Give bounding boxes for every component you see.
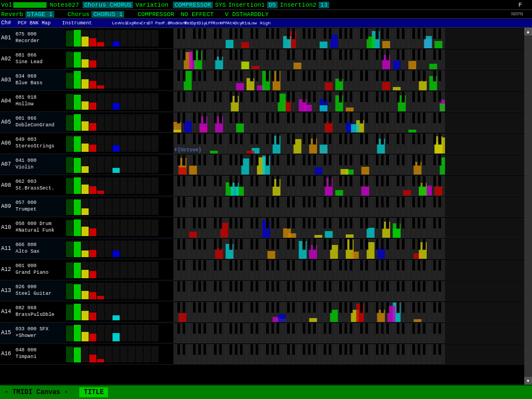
bar-cell[interactable] [89,304,96,320]
bar-cell[interactable] [112,198,120,215]
bar-cell[interactable] [81,93,89,110]
bar-cell[interactable] [89,30,96,47]
channel-row[interactable]: A01075 000Recorder [0,28,524,49]
bar-cell[interactable] [128,156,135,173]
bar-cell[interactable] [81,30,89,47]
bar-cell[interactable] [81,72,89,89]
channel-bars[interactable] [65,282,173,300]
bar-cell[interactable] [112,241,120,257]
bar-cell[interactable] [74,177,81,194]
vdst-badge[interactable]: V DSTHARDDLY [225,11,269,18]
bar-cell[interactable] [105,325,112,341]
bar-cell[interactable] [105,72,112,89]
bar-cell[interactable] [66,135,73,152]
bar-cell[interactable] [81,114,89,131]
bar-cell[interactable] [66,241,73,257]
bar-cell[interactable] [74,135,81,152]
channel-bars[interactable] [65,197,173,216]
bar-cell[interactable] [89,114,96,131]
bar-cell[interactable] [128,93,135,110]
bar-cell[interactable] [144,262,151,278]
bar-cell[interactable] [66,304,73,320]
bar-cell[interactable] [74,72,81,89]
bar-cell[interactable] [120,219,127,236]
bar-cell[interactable] [105,30,112,47]
bar-cell[interactable] [136,93,143,110]
channel-row[interactable]: A16048 000Timpani [0,344,524,365]
bar-cell[interactable] [151,262,158,278]
bar-cell[interactable] [144,304,151,320]
bar-cell[interactable] [128,72,135,89]
bar-cell[interactable] [120,262,127,278]
bar-cell[interactable] [97,30,104,47]
bar-cell[interactable] [144,51,151,68]
bar-cell[interactable] [97,283,104,299]
bar-cell[interactable] [74,325,81,341]
bar-cell[interactable] [120,72,127,89]
bar-cell[interactable] [112,156,120,173]
bar-cell[interactable] [128,346,135,362]
bar-cell[interactable] [89,346,96,362]
d5-badge[interactable]: D5 [267,2,278,8]
bar-cell[interactable] [81,346,89,362]
bar-cell[interactable] [74,93,81,110]
bar-cell[interactable] [89,177,96,194]
bar-cell[interactable] [136,325,143,341]
bar-cell[interactable] [136,51,143,68]
bar-cell[interactable] [97,93,104,110]
bar-cell[interactable] [120,51,127,68]
bar-cell[interactable] [144,219,151,236]
piano-roll[interactable] [173,91,524,111]
bar-cell[interactable] [151,219,158,236]
bar-cell[interactable] [89,283,96,299]
channel-bars[interactable] [65,239,173,258]
bar-cell[interactable] [128,114,135,131]
bar-cell[interactable] [120,30,127,47]
stage1-badge[interactable]: STAGE 1 [25,11,54,18]
bar-cell[interactable] [66,51,73,68]
piano-roll[interactable] [173,281,524,301]
bar-cell[interactable] [81,156,89,173]
bar-cell[interactable] [97,177,104,194]
bar-cell[interactable] [81,135,89,152]
i3-badge[interactable]: 13 [319,2,329,8]
bar-cell[interactable] [151,114,158,131]
bar-cell[interactable] [136,72,143,89]
bar-cell[interactable] [151,177,158,194]
bar-cell[interactable] [89,198,96,215]
channel-row[interactable]: A14082 068BrassPulsDble [0,301,524,323]
bar-cell[interactable] [112,51,120,68]
piano-roll[interactable] [173,239,524,259]
piano-roll[interactable] [173,323,524,343]
channel-row[interactable]: A13026 000Steel Guitar [0,280,524,301]
bar-cell[interactable] [97,51,104,68]
bar-cell[interactable] [144,283,151,299]
bar-cell[interactable] [120,325,127,341]
bar-cell[interactable] [144,135,151,152]
bar-cell[interactable] [97,198,104,215]
bar-cell[interactable] [97,135,104,152]
channel-bars[interactable] [65,176,173,195]
piano-roll[interactable] [173,197,524,217]
bar-cell[interactable] [136,262,143,278]
bar-cell[interactable] [136,283,143,299]
scrollbar[interactable]: ▲ ▼ [524,28,532,385]
bar-cell[interactable] [128,198,135,215]
bar-cell[interactable] [74,304,81,320]
bar-cell[interactable] [97,219,104,236]
bar-cell[interactable] [136,241,143,257]
channel-bars[interactable] [65,113,173,132]
bar-cell[interactable] [112,283,120,299]
bar-cell[interactable] [89,262,96,278]
bar-cell[interactable] [112,93,120,110]
bar-cell[interactable] [89,72,96,89]
bar-cell[interactable] [112,177,120,194]
piano-roll[interactable]: F [173,112,524,132]
bar-cell[interactable] [128,177,135,194]
bar-cell[interactable] [151,304,158,320]
bar-cell[interactable] [120,198,127,215]
bar-cell[interactable] [112,219,120,236]
bar-cell[interactable] [105,177,112,194]
channel-bars[interactable] [65,260,173,279]
bar-cell[interactable] [144,114,151,131]
